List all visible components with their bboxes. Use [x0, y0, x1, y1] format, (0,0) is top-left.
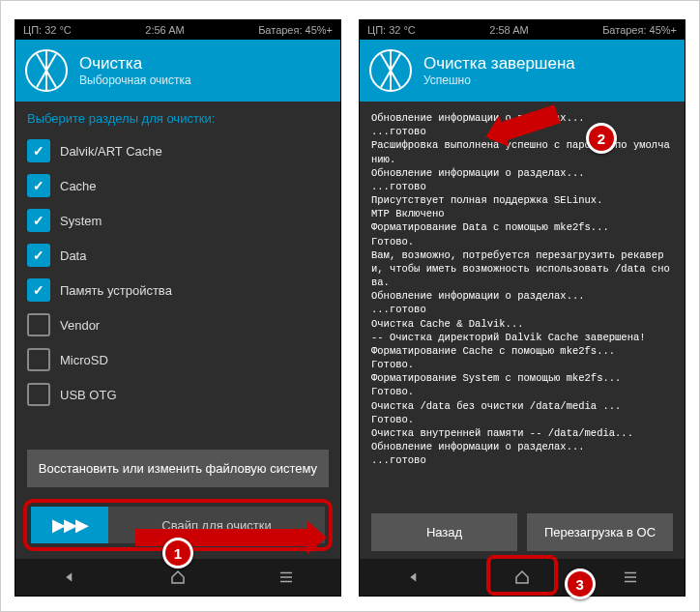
page-subtitle: Успешно	[423, 73, 575, 87]
log-text: Обновление информации о разделах... ...г…	[371, 111, 673, 467]
nav-recent-icon[interactable]	[621, 568, 640, 587]
partition-label: System	[60, 214, 102, 228]
checkbox-icon[interactable]: ✓	[27, 278, 50, 302]
reboot-os-button[interactable]: Перезагрузка в ОС	[527, 513, 673, 551]
status-cpu: ЦП: 32 °C	[367, 24, 416, 36]
nav-home-icon[interactable]	[168, 568, 188, 587]
header: Очистка Выборочная очистка	[15, 40, 340, 102]
checkbox-icon[interactable]	[27, 348, 50, 371]
partition-label: Память устройства	[60, 283, 172, 298]
partition-label: Data	[60, 248, 86, 263]
partition-label: MicroSD	[60, 353, 108, 367]
checkbox-icon[interactable]: ✓	[27, 139, 50, 162]
checkbox-icon[interactable]	[27, 313, 50, 336]
twrp-logo-icon	[369, 49, 412, 92]
tutorial-arrow-icon	[135, 529, 309, 546]
phone-left-wipe: ЦП: 32 °C 2:56 AM Батарея: 45%+ Очистка …	[15, 20, 340, 596]
partition-row[interactable]: MicroSD	[27, 342, 329, 377]
status-cpu: ЦП: 32 °C	[23, 24, 72, 36]
twrp-logo-icon	[25, 49, 68, 92]
callout-badge-3: 3	[565, 568, 596, 599]
partition-row[interactable]: ✓Data	[27, 238, 329, 273]
partition-row[interactable]: USB OTG	[27, 377, 329, 412]
nav-bar: 1	[15, 559, 340, 596]
page-title: Очистка	[79, 54, 191, 73]
header: Очистка завершена Успешно 2	[360, 40, 685, 102]
partition-row[interactable]: ✓Память устройства	[27, 273, 329, 307]
status-time: 2:58 AM	[489, 24, 528, 36]
partition-label: Vendor	[60, 318, 100, 333]
status-battery: Батарея: 45%+	[602, 24, 677, 36]
checkbox-icon[interactable]	[27, 383, 50, 406]
nav-recent-icon[interactable]	[277, 568, 296, 587]
log-output: Обновление информации о разделах... ...г…	[360, 102, 685, 513]
status-time: 2:56 AM	[145, 24, 184, 36]
partition-row[interactable]: ✓System	[27, 203, 329, 238]
status-bar: ЦП: 32 °C 2:58 AM Батарея: 45%+	[360, 20, 685, 40]
partition-row[interactable]: ✓Cache	[27, 168, 329, 203]
home-highlight	[486, 555, 558, 596]
callout-badge-2: 2	[586, 123, 617, 154]
nav-bar: 3	[360, 559, 685, 596]
swipe-handle-icon[interactable]: ▶▶▶	[31, 507, 108, 543]
page-subtitle: Выборочная очистка	[79, 73, 191, 87]
checkbox-icon[interactable]: ✓	[27, 209, 50, 232]
section-label: Выберите разделы для очистки:	[27, 111, 329, 126]
partition-label: Dalvik/ART Cache	[60, 144, 162, 159]
status-battery: Батарея: 45%+	[258, 24, 333, 36]
phone-right-complete: ЦП: 32 °C 2:58 AM Батарея: 45%+ Очистка …	[360, 20, 685, 596]
partition-row[interactable]: Vendor	[27, 307, 329, 342]
nav-back-icon[interactable]	[60, 568, 79, 587]
partition-row[interactable]: ✓Dalvik/ART Cache	[27, 133, 329, 168]
page-title: Очистка завершена	[423, 54, 575, 73]
back-button[interactable]: Назад	[371, 513, 517, 551]
callout-badge-1: 1	[162, 538, 193, 568]
nav-back-icon[interactable]	[404, 568, 423, 587]
partition-label: Cache	[60, 179, 97, 193]
partition-label: USB OTG	[60, 388, 117, 402]
status-bar: ЦП: 32 °C 2:56 AM Батарея: 45%+	[15, 20, 340, 40]
checkbox-icon[interactable]: ✓	[27, 244, 50, 267]
checkbox-icon[interactable]: ✓	[27, 174, 50, 197]
repair-fs-button[interactable]: Восстановить или изменить файловую систе…	[27, 450, 329, 487]
partition-list: Выберите разделы для очистки: ✓Dalvik/AR…	[15, 102, 340, 442]
